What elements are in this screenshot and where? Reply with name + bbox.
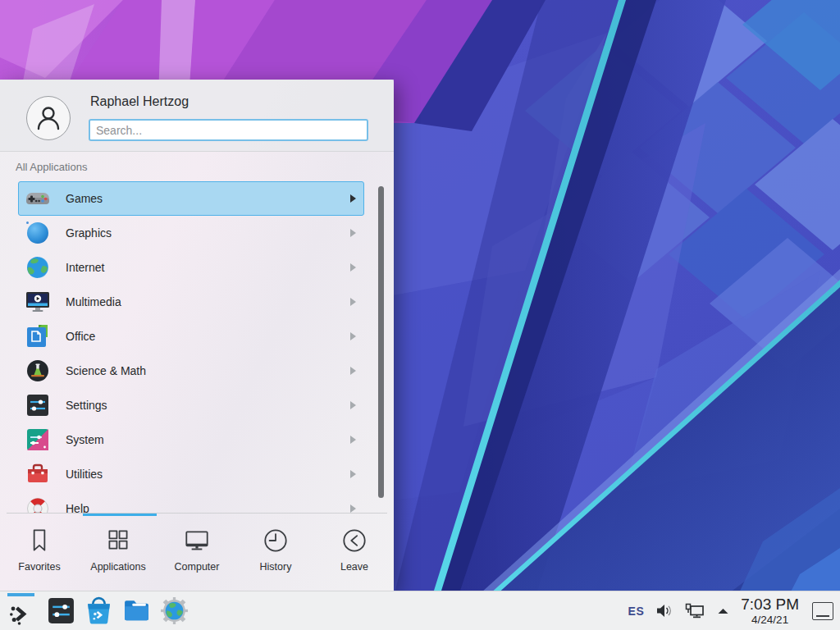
multimedia-monitor-icon: [25, 289, 51, 315]
launcher-header: Raphael Hertzog: [0, 80, 394, 152]
system-settings-icon[interactable]: [47, 596, 75, 625]
taskbar: ES 7:0: [0, 591, 840, 630]
submenu-arrow-icon: [349, 504, 356, 513]
monitor-icon: [182, 526, 212, 555]
menu-item-games[interactable]: Games: [18, 181, 364, 216]
tab-history[interactable]: History: [236, 516, 315, 591]
submenu-arrow-icon: [349, 332, 356, 340]
user-avatar[interactable]: [26, 96, 71, 140]
menu-item-label: System: [66, 433, 349, 446]
wired-network-icon[interactable]: [685, 603, 705, 619]
toolbox-icon: [25, 461, 51, 487]
application-category-list: Games Graphics: [18, 181, 364, 513]
submenu-arrow-icon: [349, 229, 356, 237]
menu-item-settings[interactable]: Settings: [18, 388, 364, 422]
menu-item-label: Office: [66, 330, 349, 343]
tab-computer[interactable]: Computer: [158, 516, 236, 591]
application-launcher-popup: Raphael Hertzog All Applications Game: [0, 80, 394, 591]
bookmark-icon: [25, 526, 54, 555]
submenu-arrow-icon: [349, 470, 356, 478]
menu-item-label: Science & Math: [66, 364, 349, 377]
expand-tray-icon[interactable]: [717, 607, 729, 615]
konqueror-globe-icon[interactable]: [160, 596, 189, 625]
globe-icon: [25, 254, 51, 281]
tab-favorites[interactable]: Favorites: [0, 516, 79, 591]
gamepad-icon: [25, 185, 51, 212]
submenu-arrow-icon: [349, 436, 356, 444]
submenu-arrow-icon: [349, 367, 356, 375]
dolphin-folder-icon[interactable]: [122, 596, 151, 625]
launcher-tabbar: Favorites Applications Computer: [0, 516, 394, 591]
submenu-arrow-icon: [349, 401, 356, 409]
desktop: Raphael Hertzog All Applications Game: [0, 0, 840, 630]
menu-item-label: Utilities: [66, 468, 349, 481]
menu-item-multimedia[interactable]: Multimedia: [18, 285, 364, 319]
clock-time: 7:03 PM: [741, 596, 799, 612]
launcher-active-indicator: [7, 593, 34, 596]
menu-item-help[interactable]: Help: [18, 491, 364, 513]
menu-item-utilities[interactable]: Utilities: [18, 457, 364, 491]
volume-icon[interactable]: [656, 604, 673, 618]
menu-item-label: Internet: [66, 261, 349, 274]
submenu-arrow-icon: [349, 263, 356, 272]
user-name: Raphael Hertzog: [90, 94, 189, 109]
science-flask-icon: [25, 358, 51, 384]
submenu-arrow-icon: [349, 298, 356, 306]
tab-leave[interactable]: Leave: [315, 516, 394, 591]
system-sliders-icon: [25, 427, 51, 453]
clock-icon: [261, 526, 290, 555]
show-desktop-button[interactable]: [812, 602, 833, 620]
menu-item-internet[interactable]: Internet: [18, 250, 364, 285]
user-icon: [33, 103, 64, 134]
menu-item-label: Settings: [66, 399, 349, 412]
menu-item-label: Multimedia: [66, 295, 349, 308]
submenu-arrow-icon: [349, 194, 356, 203]
kde-launcher-icon: [7, 600, 34, 628]
list-scrollbar[interactable]: [378, 186, 384, 498]
system-tray: ES 7:0: [628, 596, 833, 626]
menu-item-office[interactable]: Office: [18, 319, 364, 354]
menu-item-label: Games: [66, 192, 349, 205]
digital-clock[interactable]: 7:03 PM 4/24/21: [741, 596, 799, 626]
keyboard-layout-indicator[interactable]: ES: [628, 605, 645, 618]
settings-sliders-icon: [25, 392, 51, 418]
menu-item-system[interactable]: System: [18, 422, 364, 457]
life-ring-icon: [25, 495, 51, 513]
app-grid-icon: [103, 526, 133, 555]
office-documents-icon: [25, 323, 51, 349]
menu-item-graphics[interactable]: Graphics: [18, 216, 364, 250]
discover-icon[interactable]: [84, 596, 113, 625]
menu-item-label: Graphics: [66, 226, 349, 240]
graphics-sphere-icon: [25, 220, 51, 246]
clock-date: 4/24/21: [741, 614, 799, 626]
application-launcher-button[interactable]: [5, 591, 38, 630]
search-input[interactable]: [89, 119, 368, 141]
leave-icon: [340, 526, 369, 555]
tabbar-divider: [7, 513, 387, 514]
section-label: All Applications: [16, 161, 87, 173]
menu-item-science-math[interactable]: Science & Math: [18, 354, 364, 388]
tab-applications[interactable]: Applications: [79, 516, 158, 591]
menu-item-label: Help: [66, 502, 349, 513]
